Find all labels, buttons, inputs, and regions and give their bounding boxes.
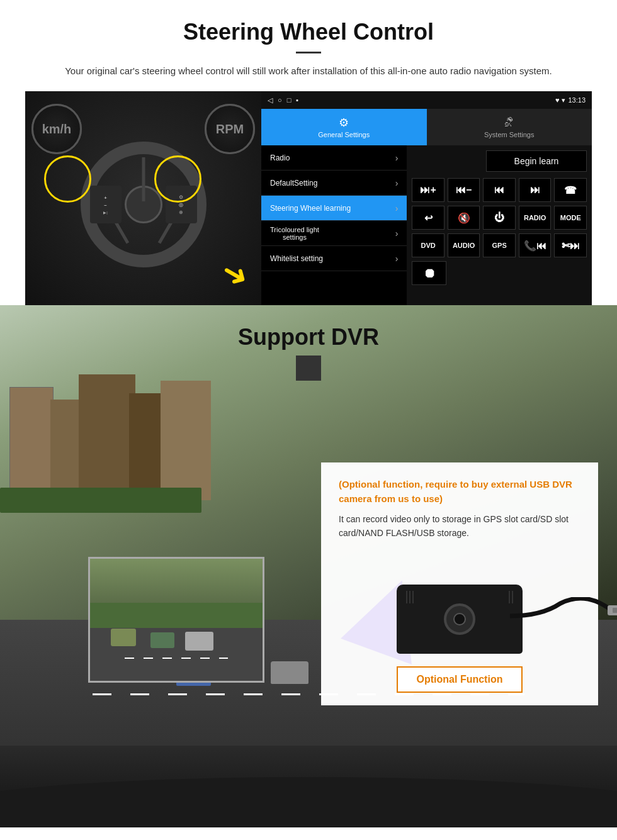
menu-chevron-radio: ›: [395, 153, 399, 163]
dvr-cable-svg: [510, 597, 617, 647]
dvr-preview-inner: [90, 559, 263, 681]
dvr-desc-text: It can record video only to storage in G…: [339, 512, 580, 540]
ctrl-phone[interactable]: ☎: [554, 178, 587, 202]
ctrl-next-track[interactable]: ⏭: [519, 178, 552, 202]
ctrl-dvd[interactable]: DVD: [412, 233, 444, 257]
dvr-camera-illustration: [339, 553, 580, 654]
menu-item-tricoloured-label: Tricoloured lightsettings: [270, 226, 319, 241]
menu-chevron-default: ›: [395, 178, 399, 188]
title-divider: [296, 52, 321, 53]
android-content: Radio › DefaultSetting › Steering Wheel …: [261, 145, 592, 305]
nav-recent-icon[interactable]: □: [287, 96, 292, 104]
ctrl-radio[interactable]: RADIO: [519, 206, 552, 230]
ctrl-prev-track[interactable]: ⏮: [483, 178, 516, 202]
tab-system-label: System Settings: [484, 131, 534, 138]
dvr-title-area: Support DVR: [0, 305, 617, 387]
nav-back-icon[interactable]: ◁: [268, 96, 273, 104]
menu-chevron-whitelist: ›: [395, 254, 399, 264]
menu-item-tricoloured[interactable]: Tricoloured lightsettings ›: [261, 221, 407, 246]
dvr-camera-body: [397, 585, 523, 654]
menu-chevron-tricoloured: ›: [395, 228, 399, 238]
ctrl-row-2: ↩ 🔇 ⏻ RADIO MODE: [412, 206, 587, 230]
menu-list: Radio › DefaultSetting › Steering Wheel …: [261, 145, 407, 305]
ctrl-record[interactable]: ⏺: [412, 261, 446, 285]
signal-icon: ♥: [555, 96, 560, 104]
dvr-optional-text: (Optional function, require to buy exter…: [339, 478, 580, 506]
menu-item-whitelist[interactable]: Whitelist setting ›: [261, 246, 407, 271]
android-ui-panel: ◁ ○ □ ▪ ♥ ▾ 13:13 ⚙ General Settings: [261, 91, 592, 305]
steering-composite: km/h RPM + − ▶|: [25, 91, 592, 305]
ctrl-mode[interactable]: MODE: [554, 206, 587, 230]
optional-function-button[interactable]: Optional Function: [397, 666, 523, 693]
ctrl-mute[interactable]: 🔇: [448, 206, 480, 230]
dvr-section: Support DVR: [0, 305, 617, 827]
dvr-title: Support DVR: [0, 324, 617, 350]
menu-item-default-setting[interactable]: DefaultSetting ›: [261, 171, 407, 196]
ctrl-vol-up[interactable]: ⏭+: [412, 178, 444, 202]
menu-chevron-steering: ›: [395, 203, 399, 213]
begin-learn-row: Begin learn: [412, 150, 587, 172]
statusbar-info: ♥ ▾ 13:13: [555, 96, 586, 104]
menu-item-radio-label: Radio: [270, 154, 290, 162]
dvr-divider: [296, 356, 321, 381]
steering-wheel-image: km/h RPM + − ▶|: [25, 91, 261, 305]
system-settings-icon: ⛐: [504, 116, 515, 130]
ctrl-power[interactable]: ⏻: [483, 206, 516, 230]
menu-item-whitelist-label: Whitelist setting: [270, 254, 323, 263]
status-time: 13:13: [568, 96, 586, 104]
menu-item-steering-label: Steering Wheel learning: [270, 204, 351, 213]
begin-learn-button[interactable]: Begin learn: [486, 150, 587, 172]
menu-item-default-label: DefaultSetting: [270, 179, 317, 188]
android-tabs: ⚙ General Settings ⛐ System Settings: [261, 109, 592, 145]
nav-cast-icon[interactable]: ▪: [296, 96, 298, 104]
tab-general-label: General Settings: [318, 131, 370, 138]
ctrl-audio[interactable]: AUDIO: [448, 233, 480, 257]
dvr-info-card: (Optional function, require to buy exter…: [321, 462, 598, 705]
general-settings-icon: ⚙: [339, 116, 349, 130]
ctrl-next-special[interactable]: ✄⏭: [554, 233, 587, 257]
dvr-preview-thumbnail: [88, 557, 264, 683]
ctrl-row-3: DVD AUDIO GPS 📞⏮ ✄⏭: [412, 233, 587, 257]
ctrl-phone-prev[interactable]: 📞⏮: [519, 233, 552, 257]
ctrl-row-4: ⏺: [412, 261, 587, 285]
ctrl-vol-down[interactable]: ⏮−: [448, 178, 480, 202]
menu-item-radio[interactable]: Radio ›: [261, 145, 407, 171]
ctrl-row-1: ⏭+ ⏮− ⏮ ⏭ ☎: [412, 178, 587, 202]
dashboard-bottom: [0, 746, 617, 827]
page-title: Steering Wheel Control: [25, 19, 592, 45]
svg-rect-1: [613, 608, 617, 613]
subtitle-text: Your original car's steering wheel contr…: [50, 64, 567, 79]
nav-home-icon[interactable]: ○: [278, 96, 282, 104]
statusbar-nav: ◁ ○ □ ▪: [268, 96, 298, 104]
android-statusbar: ◁ ○ □ ▪ ♥ ▾ 13:13: [261, 91, 592, 109]
menu-item-steering-wheel[interactable]: Steering Wheel learning ›: [261, 196, 407, 221]
wifi-icon: ▾: [562, 96, 565, 104]
tab-system-settings[interactable]: ⛐ System Settings: [427, 109, 592, 145]
tab-general-settings[interactable]: ⚙ General Settings: [261, 109, 427, 145]
dvr-background: Support DVR: [0, 305, 617, 746]
ctrl-gps[interactable]: GPS: [483, 233, 516, 257]
steering-wheel-section: Steering Wheel Control Your original car…: [0, 0, 617, 305]
ctrl-hang-up[interactable]: ↩: [412, 206, 444, 230]
controls-panel: Begin learn ⏭+ ⏮− ⏮ ⏭ ☎ ↩ 🔇 ⏻: [407, 145, 592, 305]
